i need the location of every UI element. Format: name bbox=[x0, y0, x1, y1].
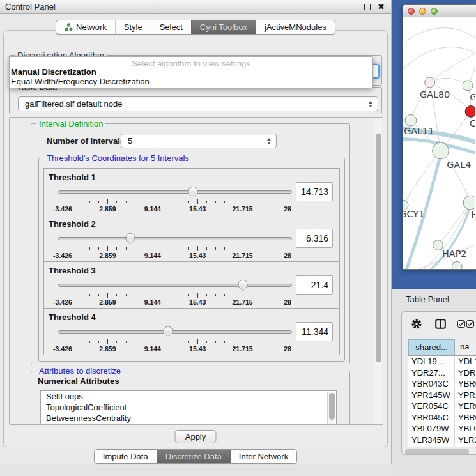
cell-name[interactable]: YPR1 bbox=[455, 390, 476, 401]
cell-shared-name[interactable]: YBR043C bbox=[408, 378, 455, 390]
node-table[interactable]: shared... na YDL19...YDL1YDR27...YDR2YBR… bbox=[408, 339, 476, 447]
popup-option[interactable]: Manual Discretization bbox=[10, 67, 372, 77]
threshold-value-field[interactable]: 6.316 bbox=[296, 229, 333, 248]
column-header-shared-name[interactable]: shared... bbox=[408, 339, 455, 355]
slider-track[interactable] bbox=[58, 284, 292, 287]
threshold-slider[interactable] bbox=[58, 233, 292, 245]
cell-name[interactable]: YBR0 bbox=[455, 378, 476, 390]
tab-cyni-toolbox[interactable]: Cyni Toolbox bbox=[191, 20, 256, 34]
close-traffic-light-icon[interactable] bbox=[408, 8, 415, 15]
cell-shared-name[interactable]: YPR145W bbox=[408, 390, 455, 401]
column-header-name[interactable]: na bbox=[455, 339, 476, 355]
table-row[interactable]: YIL052CYIL0 bbox=[408, 445, 476, 447]
tab-discretize-data[interactable]: Discretize Data bbox=[157, 450, 230, 463]
node-label: HAP2 bbox=[442, 249, 466, 259]
slider-thumb[interactable] bbox=[126, 233, 135, 245]
table-data-combobox[interactable]: galFiltered.sif default node bbox=[18, 96, 378, 111]
slider-track[interactable] bbox=[58, 237, 292, 240]
table-row[interactable]: YBR043CYBR0 bbox=[408, 378, 476, 390]
select-columns-icon[interactable] bbox=[457, 320, 474, 328]
table-row[interactable]: YER054CYER0 bbox=[408, 401, 476, 412]
network-edge[interactable] bbox=[403, 266, 457, 269]
cell-name[interactable]: YIL0 bbox=[455, 445, 476, 447]
cell-shared-name[interactable]: YDL19... bbox=[408, 356, 455, 367]
network-edge[interactable] bbox=[403, 47, 475, 70]
table-row[interactable]: YDL19...YDL1 bbox=[408, 356, 476, 367]
settings-scrollbar[interactable] bbox=[374, 118, 382, 424]
tab-style[interactable]: Style bbox=[115, 20, 151, 34]
cell-name[interactable]: YDL1 bbox=[455, 356, 476, 367]
attribute-list-item[interactable]: BetweennessCentrality bbox=[41, 413, 336, 424]
network-node[interactable] bbox=[452, 261, 462, 269]
tab-impute-data[interactable]: Impute Data bbox=[95, 450, 157, 463]
float-window-icon[interactable] bbox=[364, 4, 371, 10]
slider-ticks bbox=[63, 293, 288, 298]
network-edge[interactable] bbox=[430, 53, 475, 82]
cell-shared-name[interactable]: YBR045C bbox=[408, 412, 455, 424]
network-canvas[interactable]: GAL80GCGAL11GAL4GCY1HHAP2 bbox=[403, 17, 475, 269]
table-row[interactable]: YDR27...YDR2 bbox=[408, 367, 476, 379]
gear-icon[interactable] bbox=[411, 318, 422, 330]
close-icon[interactable]: ✖ bbox=[378, 0, 385, 14]
group-title: Attributes to discretize bbox=[36, 366, 123, 376]
cell-shared-name[interactable]: YDR27... bbox=[408, 367, 455, 379]
table-row[interactable]: YPR145WYPR1 bbox=[408, 390, 476, 401]
table-horizontal-scrollbar[interactable] bbox=[404, 449, 473, 454]
tab-select[interactable]: Select bbox=[151, 20, 191, 34]
cell-name[interactable]: YBL0 bbox=[455, 423, 476, 434]
scale-label: 2.859 bbox=[99, 345, 116, 353]
network-edge[interactable] bbox=[406, 28, 475, 41]
threshold-panel: Threshold 2 -3.4262.8599.14415.4321.7152… bbox=[43, 215, 340, 262]
slider-thumb[interactable] bbox=[238, 280, 248, 291]
list-scrollbar[interactable] bbox=[327, 392, 335, 425]
network-node-h[interactable] bbox=[463, 196, 475, 210]
cell-name[interactable]: YER0 bbox=[455, 401, 476, 412]
network-edge[interactable] bbox=[438, 203, 471, 245]
network-edge[interactable] bbox=[440, 151, 470, 203]
network-node-hap2[interactable] bbox=[433, 240, 443, 250]
cell-shared-name[interactable]: YBL079W bbox=[408, 423, 455, 434]
cell-name[interactable]: YDR2 bbox=[455, 367, 476, 379]
threshold-slider[interactable] bbox=[58, 326, 292, 339]
number-of-intervals-combobox[interactable]: 5 bbox=[121, 134, 277, 148]
slider-track[interactable] bbox=[58, 190, 292, 194]
scale-label: -3.426 bbox=[53, 205, 72, 213]
numerical-attributes-list[interactable]: SelfLoopsTopologicalCoefficientBetweenne… bbox=[40, 390, 337, 425]
scale-label: 28 bbox=[284, 252, 291, 259]
cell-shared-name[interactable]: YER054C bbox=[408, 401, 455, 412]
network-node-gal80[interactable] bbox=[425, 77, 435, 88]
cell-name[interactable]: YBR0 bbox=[455, 412, 476, 424]
minimize-traffic-light-icon[interactable] bbox=[419, 8, 426, 15]
tab-jactivemnodules[interactable]: jActiveMNodules bbox=[256, 20, 335, 34]
cell-shared-name[interactable]: YLR345W bbox=[408, 434, 455, 446]
network-edge[interactable] bbox=[430, 78, 468, 85]
zoom-traffic-light-icon[interactable] bbox=[431, 8, 438, 15]
network-node-g[interactable] bbox=[463, 81, 473, 91]
attribute-list-item[interactable]: TopologicalCoefficient bbox=[41, 402, 336, 413]
attribute-list-item[interactable]: SelfLoops bbox=[41, 391, 336, 402]
popup-option[interactable]: Equal Width/Frequency Discretization bbox=[10, 77, 372, 86]
tab-infer-network[interactable]: Infer Network bbox=[230, 450, 296, 463]
scale-label: 28 bbox=[284, 345, 291, 353]
table-row[interactable]: YBR045CYBR0 bbox=[408, 412, 476, 424]
cell-name[interactable]: YLR3 bbox=[455, 434, 476, 446]
network-node-gal11[interactable] bbox=[405, 114, 417, 126]
tab-network[interactable]: Network bbox=[56, 20, 115, 34]
network-node-c[interactable] bbox=[465, 106, 475, 118]
threshold-value-field[interactable]: 14.713 bbox=[296, 182, 333, 201]
table-row[interactable]: YLR345WYLR3 bbox=[408, 434, 476, 446]
slider-thumb[interactable] bbox=[164, 326, 173, 338]
apply-button[interactable]: Apply bbox=[175, 430, 217, 443]
network-node-gal4[interactable] bbox=[433, 142, 449, 159]
slider-thumb[interactable] bbox=[188, 187, 198, 198]
tab-label: Network bbox=[76, 22, 107, 32]
threshold-value-field[interactable]: 11.344 bbox=[296, 322, 333, 341]
cell-shared-name[interactable]: YIL052C bbox=[408, 445, 455, 447]
threshold-slider[interactable] bbox=[58, 279, 292, 292]
threshold-slider[interactable] bbox=[58, 186, 292, 199]
column-view-icon[interactable] bbox=[435, 319, 446, 329]
network-edge[interactable] bbox=[411, 82, 430, 120]
table-row[interactable]: YBL079WYBL0 bbox=[408, 423, 476, 434]
slider-track[interactable] bbox=[58, 330, 292, 334]
threshold-value-field[interactable]: 21.4 bbox=[296, 275, 333, 295]
